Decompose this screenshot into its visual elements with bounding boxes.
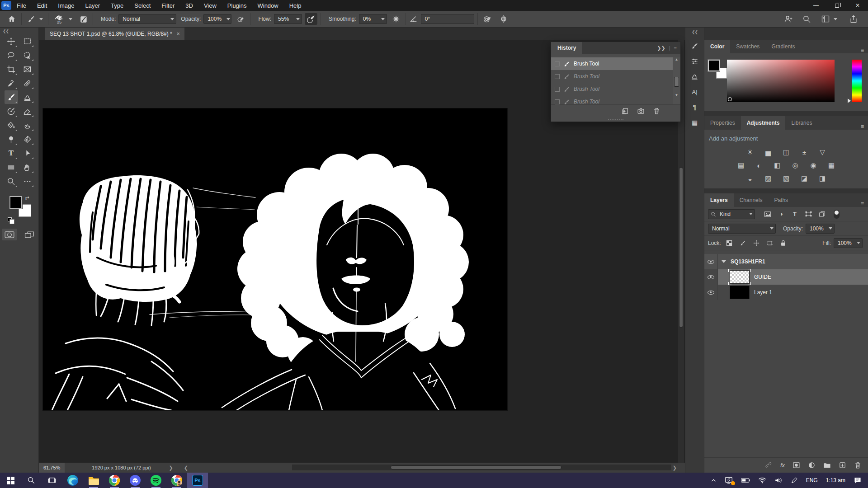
link-layers-icon[interactable] [765,461,773,469]
menu-edit[interactable]: Edit [32,0,52,11]
brush-angle-field[interactable]: 0° [421,14,474,24]
smudge-tool[interactable] [21,118,34,132]
swap-colors-icon[interactable]: ⇄ [25,195,29,201]
brush-tool-indicator[interactable] [25,13,38,25]
tab-paths[interactable]: Paths [768,193,794,207]
hand-tool[interactable] [21,160,34,174]
invert-icon[interactable]: ◒ [744,174,756,183]
tray-language[interactable]: ENG [802,473,822,488]
brush-preset-chevron[interactable] [67,11,74,27]
timeline-panel-icon[interactable]: ▦ [688,116,702,129]
layer-blend-mode-select[interactable]: Normal [708,224,776,234]
filter-smart-objects-icon[interactable] [816,210,827,219]
saturation-brightness-box[interactable] [727,60,835,102]
home-button[interactable] [5,13,18,25]
opacity-pressure-button[interactable] [234,13,247,25]
tab-adjustments[interactable]: Adjustments [741,116,786,130]
posterize-icon[interactable]: ▨ [762,174,774,183]
pen-tool[interactable] [21,132,34,146]
size-pressure-button[interactable] [481,13,494,25]
menu-view[interactable]: View [198,0,222,11]
move-tool[interactable] [5,34,18,48]
new-snapshot-icon[interactable] [637,107,645,115]
new-adjustment-layer-icon[interactable] [808,461,816,469]
crop-tool[interactable] [5,62,18,76]
photo-filter-icon[interactable]: ◎ [789,161,801,170]
tray-battery-icon[interactable] [737,473,754,488]
foreground-background-colors[interactable]: ⇄ [7,195,32,219]
channel-mixer-icon[interactable]: ◉ [807,161,819,170]
layer-fill-field[interactable]: 100% [834,238,863,248]
taskbar-photoshop[interactable]: Ps [187,473,208,488]
color-balance-icon[interactable]: ◐ [753,161,765,170]
dock-expand-icon[interactable]: ❮❮ [692,28,698,38]
toolbar-collapse-icon[interactable]: ❮❮ [0,28,38,34]
layer-thumbnail[interactable] [730,286,750,299]
edit-toolbar-ellipsis[interactable] [21,174,34,188]
history-tab[interactable]: History [551,42,582,54]
path-selection-tool[interactable] [21,146,34,160]
color-lookup-icon[interactable]: ▦ [826,161,837,170]
history-state[interactable]: Brush Tool [551,95,680,104]
status-chevron-icon[interactable]: ❯ [169,465,173,471]
smoothing-options-button[interactable] [390,13,402,25]
menu-select[interactable]: Select [129,0,156,11]
horizontal-scrollbar[interactable] [292,465,671,470]
horizontal-scrollbar-thumb[interactable] [391,465,561,469]
toggle-brush-settings-button[interactable] [77,13,90,25]
curves-icon[interactable]: ◫ [780,148,792,157]
hue-slider-pointer[interactable] [848,99,851,103]
character-panel-icon[interactable]: A| [688,85,702,98]
color-panel-menu-icon[interactable]: ≡ [861,47,868,53]
threshold-icon[interactable]: ▧ [780,174,792,183]
scroll-left-icon[interactable]: ❮ [184,465,188,471]
clone-stamp-tool[interactable] [21,90,34,104]
brightness-contrast-icon[interactable]: ☀ [744,148,756,157]
delete-state-icon[interactable] [653,107,660,115]
color-picker-cursor[interactable] [728,97,732,101]
eyedropper-tool[interactable] [5,76,18,90]
brush-settings-panel-icon[interactable] [688,39,702,52]
filter-pixel-layers-icon[interactable] [762,210,773,219]
tab-swatches[interactable]: Swatches [730,40,765,53]
tray-wifi-icon[interactable] [754,473,770,488]
start-button[interactable] [0,473,21,488]
brush-preset-picker[interactable]: 25 [52,11,67,27]
history-state[interactable]: Brush Tool [551,70,680,83]
history-brush-tool[interactable] [5,104,18,118]
layer-visibility-toggle[interactable] [704,285,718,300]
history-resize-grip[interactable] [551,117,680,121]
share-image-icon[interactable] [849,14,858,23]
filter-type-layers-icon[interactable]: T [789,210,800,219]
new-group-icon[interactable] [823,461,831,469]
history-menu-icon[interactable]: ≡ [674,45,677,51]
layer-visibility-toggle[interactable] [704,269,718,285]
color-panel-swatches[interactable] [708,60,726,78]
vibrance-icon[interactable]: ▽ [816,148,828,157]
history-collapse-icon[interactable]: ❯❯ [657,45,665,51]
scroll-right-icon[interactable]: ❯ [673,465,677,471]
history-state[interactable]: Brush Tool [551,57,680,70]
eraser-tool[interactable] [21,104,34,118]
zoom-tool[interactable] [5,174,18,188]
screen-mode-button[interactable] [22,229,37,240]
rectangle-tool[interactable] [5,160,18,174]
adjustments-panel-menu-icon[interactable]: ≡ [861,123,868,130]
hue-saturation-icon[interactable]: ▤ [735,161,747,170]
menu-image[interactable]: Image [52,0,80,11]
tray-chevron-icon[interactable] [707,473,721,488]
spot-healing-brush-tool[interactable] [21,76,34,90]
tray-sync-icon[interactable] [721,473,737,488]
filter-adjustment-layers-icon[interactable]: ◑ [776,210,787,219]
add-layer-mask-icon[interactable] [793,461,800,469]
taskbar-chrome-profile[interactable] [166,473,187,488]
minimize-button[interactable]: — [806,0,826,11]
history-source-checkbox[interactable] [555,87,560,92]
lock-image-pixels-icon[interactable] [737,239,748,248]
delete-layer-icon[interactable] [854,461,862,469]
restore-button[interactable] [826,0,847,11]
tab-gradients[interactable]: Gradients [765,40,801,53]
menu-filter[interactable]: Filter [156,0,180,11]
paint-bucket-tool[interactable] [5,118,18,132]
taskbar-chrome[interactable] [104,473,125,488]
